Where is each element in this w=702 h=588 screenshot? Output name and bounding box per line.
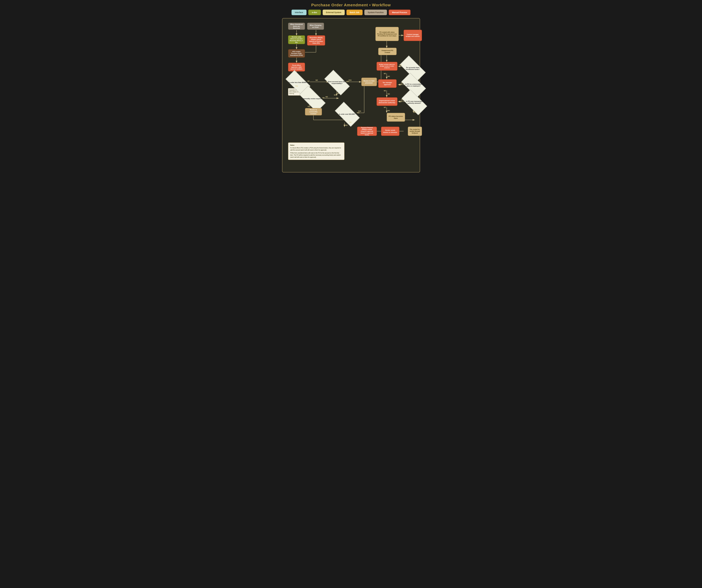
legend-interface: Interface [291,10,307,15]
notes-box: Notes: If a fiscal officer (FO) creates … [288,142,344,160]
fiscal-officer-box: Fiscal officer approves; adds account nu… [288,63,305,72]
no-label-5: NO [384,73,386,75]
no-label-8: NO [414,111,416,113]
no-label-4: NO [350,122,352,123]
no-label-2: NO [334,94,336,96]
svg-text:NO: NO [345,124,348,126]
receiver-adds-box: Receiver adds items to Line-Item Receivi… [288,35,305,44]
when-unordered-box: When Unordered Items are Received [288,23,305,30]
no-label-7: NO [384,107,386,108]
budget-reviewer-box: Budget reviewer approves (budget review … [376,62,397,71]
flow-wrapper: YES NO YES NO YES NO YES [285,21,417,169]
svg-text:NO: NO [387,76,390,77]
kfs-creates-box: KFS creates Purchase Order Amendment (PO… [288,49,305,57]
do-accounts-diamond: Do accounts have insufficient funds? [401,62,425,75]
legend-sysfunction: System Function [364,10,387,15]
svg-text:NO: NO [326,96,328,98]
svg-text:NO: NO [387,93,390,95]
tax-manager-box: Tax manager approves [378,79,396,88]
org-review-box: Organizational review (transaction autho… [376,97,397,106]
svg-text:NO: NO [316,79,318,81]
is-po-nonresident-diamond: Is PO to a nonresident alien or employee… [402,79,425,92]
yes-label-1: YES [295,85,298,87]
is-po-over-diamond: Is PO over transaction authority amount? [402,96,426,109]
is-order-over-diamond: Is order over $10,000? [336,108,359,121]
is-order-less-diamond: Is order less than $5000? [287,76,309,89]
legend-external: External System [323,10,345,15]
yes-label-4: YES [357,112,359,114]
page-title: Purchase Order Amendment • Workflow [311,3,391,7]
po-created-status-box: PO created with status Pending CM Assign… [375,27,399,41]
file-created-box: File created for vendor through SciQuest [408,127,422,136]
svg-text:NO: NO [387,110,390,111]
unapproved-po-box: Unapproved PO created [378,48,396,55]
yes-label-7: YES [399,101,402,102]
commodity-review-diamond: Commodity review required? [300,93,325,105]
req-initiator-box: Requisition (REQS) initiator selects Ame… [307,35,325,45]
payment-request-box: Payment Request (PREQ) created (requires… [357,127,377,136]
yes-label-6: YES [399,84,402,85]
does-account-diamond: Does account have C&G responsibility? [326,76,349,89]
legend-batchjob: Batch Job [346,10,363,15]
legend-manual: Manual Process [389,10,411,15]
when-changing-box: When Changing an Order [307,23,324,30]
contract-manager-box: Contract manager assigns and submits [403,30,422,41]
po-status-open-box: PO status becomes Open [387,113,405,122]
yes-label-3: YES [308,106,310,107]
routes-commodity-box: Routes to commodity reviewer [305,108,322,115]
routes-cg-box: Routes to C&G processor [361,78,377,86]
diagram-container: YES NO YES NO YES NO YES [282,18,420,172]
vendor-sends-box: Vendor sends invoice or eInvoice [381,127,399,136]
no-label-6: NO [384,90,386,92]
legend-edoc: e-doc [308,10,321,15]
legend: Interface e-doc External System Batch Jo… [291,10,411,15]
yes-label-5: YES [399,64,402,66]
